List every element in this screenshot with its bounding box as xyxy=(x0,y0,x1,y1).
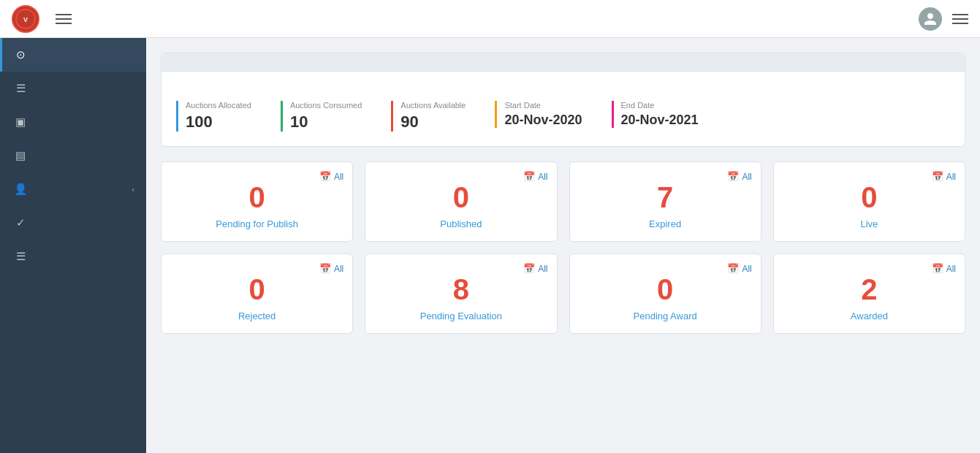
stat-value: 20-Nov-2021 xyxy=(621,113,699,128)
user-avatar[interactable] xyxy=(919,7,942,31)
all-label: All xyxy=(742,172,751,182)
metrics-row-1: 📅All0Pending for Publish📅All0Published📅A… xyxy=(161,161,965,242)
stat-value: 100 xyxy=(186,113,251,132)
all-label: All xyxy=(334,172,343,182)
logo-icon: V xyxy=(12,5,39,33)
sidebar-item-results[interactable]: ☰ xyxy=(0,240,146,273)
subscription-header xyxy=(162,53,965,72)
metric-label-published: Published xyxy=(440,218,482,229)
metric-value-expired: 7 xyxy=(657,181,673,214)
logo-area: V xyxy=(12,5,45,33)
calendar-icon: 📅 xyxy=(523,263,535,274)
evaluate-event-icon: ☰ xyxy=(14,82,27,95)
all-button-awarded[interactable]: 📅All xyxy=(932,263,956,274)
sidebar-item-home[interactable]: ⊙ xyxy=(0,38,146,72)
sidebar: ⊙ ☰ ▣ ▤ 👤 ‹ ✓ ☰ xyxy=(0,38,146,453)
all-label: All xyxy=(538,264,547,274)
stat-auctions-consumed: Auctions Consumed10 xyxy=(281,101,362,132)
metric-value-awarded: 2 xyxy=(861,273,877,306)
stat-label: End Date xyxy=(621,101,699,110)
all-label: All xyxy=(742,264,751,274)
administration-icon: 👤 xyxy=(14,183,27,196)
metric-card-expired: 📅All7Expired xyxy=(569,161,761,242)
metric-value-published: 0 xyxy=(453,181,469,214)
stat-label: Start Date xyxy=(504,101,582,110)
more-menu-button[interactable] xyxy=(952,14,968,24)
calendar-icon: 📅 xyxy=(727,263,739,274)
metric-label-live: Live xyxy=(860,218,878,229)
metric-value-pending-award: 0 xyxy=(657,273,673,306)
all-button-pending-publish[interactable]: 📅All xyxy=(319,171,343,182)
stat-value: 20-Nov-2020 xyxy=(504,113,582,128)
calendar-icon: 📅 xyxy=(319,263,331,274)
metric-value-live: 0 xyxy=(861,181,877,214)
all-label: All xyxy=(538,172,547,182)
metrics-row-2: 📅All0Rejected📅All8Pending Evaluation📅All… xyxy=(161,254,965,334)
chevron-right-icon: ‹ xyxy=(132,185,134,194)
stat-value: 90 xyxy=(400,113,466,132)
metric-label-pending-publish: Pending for Publish xyxy=(216,218,298,229)
metric-card-rejected: 📅All0Rejected xyxy=(161,254,353,334)
results-icon: ☰ xyxy=(14,250,27,263)
all-button-rejected[interactable]: 📅All xyxy=(319,263,343,274)
metric-label-pending-evaluation: Pending Evaluation xyxy=(420,311,502,321)
topbar-right xyxy=(919,7,968,31)
all-button-expired[interactable]: 📅All xyxy=(727,171,751,182)
metric-card-awarded: 📅All2Awarded xyxy=(773,254,965,334)
topbar: V xyxy=(0,0,980,38)
approve-event-icon: ✓ xyxy=(14,216,27,229)
create-event-icon: ▣ xyxy=(14,115,27,129)
subscription-body: Auctions Allocated100Auctions Consumed10… xyxy=(162,72,965,146)
metric-label-awarded: Awarded xyxy=(851,311,888,321)
main-content: Auctions Allocated100Auctions Consumed10… xyxy=(146,38,980,453)
metric-label-rejected: Rejected xyxy=(238,311,276,321)
metric-value-pending-publish: 0 xyxy=(249,181,265,214)
metric-value-rejected: 0 xyxy=(249,273,265,306)
all-button-live[interactable]: 📅All xyxy=(932,171,956,182)
metric-card-pending-award: 📅All0Pending Award xyxy=(569,254,761,334)
all-label: All xyxy=(946,172,956,182)
sidebar-item-approve-event[interactable]: ✓ xyxy=(0,206,146,240)
svg-text:V: V xyxy=(23,16,28,23)
calendar-icon: 📅 xyxy=(932,263,943,274)
all-label: All xyxy=(334,264,343,274)
topbar-left: V xyxy=(12,5,72,33)
metric-value-pending-evaluation: 8 xyxy=(453,273,469,306)
calendar-icon: 📅 xyxy=(523,171,535,182)
all-button-published[interactable]: 📅All xyxy=(523,171,547,182)
stat-label: Auctions Allocated xyxy=(186,101,251,110)
metric-card-live: 📅All0Live xyxy=(773,161,965,242)
all-label: All xyxy=(946,264,956,274)
stat-value: 10 xyxy=(290,113,362,132)
calendar-icon: 📅 xyxy=(932,171,943,182)
subscription-stats-row: Auctions Allocated100Auctions Consumed10… xyxy=(176,101,950,132)
all-button-pending-award[interactable]: 📅All xyxy=(727,263,751,274)
metric-label-pending-award: Pending Award xyxy=(634,311,697,321)
stat-start-date: Start Date20-Nov-2020 xyxy=(495,101,582,128)
calendar-icon: 📅 xyxy=(319,171,331,182)
sidebar-item-administration[interactable]: 👤 ‹ xyxy=(0,172,146,206)
calendar-icon: 📅 xyxy=(727,171,739,182)
stat-auctions-allocated: Auctions Allocated100 xyxy=(176,101,251,132)
metric-card-published: 📅All0Published xyxy=(365,161,557,242)
menu-toggle-button[interactable] xyxy=(56,14,72,24)
home-icon: ⊙ xyxy=(14,48,27,61)
stat-end-date: End Date20-Nov-2021 xyxy=(612,101,699,128)
metric-label-expired: Expired xyxy=(649,218,681,229)
stat-label: Auctions Available xyxy=(400,101,466,110)
sidebar-item-monitor-event[interactable]: ▤ xyxy=(0,139,146,172)
stat-auctions-available: Auctions Available90 xyxy=(391,101,466,132)
metric-card-pending-publish: 📅All0Pending for Publish xyxy=(161,161,353,242)
subscription-card: Auctions Allocated100Auctions Consumed10… xyxy=(161,53,965,147)
metric-card-pending-evaluation: 📅All8Pending Evaluation xyxy=(365,254,557,334)
stat-label: Auctions Consumed xyxy=(290,101,362,110)
monitor-event-icon: ▤ xyxy=(14,149,27,162)
sidebar-item-create-event[interactable]: ▣ xyxy=(0,105,146,139)
all-button-pending-evaluation[interactable]: 📅All xyxy=(523,263,547,274)
main-layout: ⊙ ☰ ▣ ▤ 👤 ‹ ✓ ☰ xyxy=(0,38,980,453)
sidebar-item-evaluate-event[interactable]: ☰ xyxy=(0,72,146,105)
